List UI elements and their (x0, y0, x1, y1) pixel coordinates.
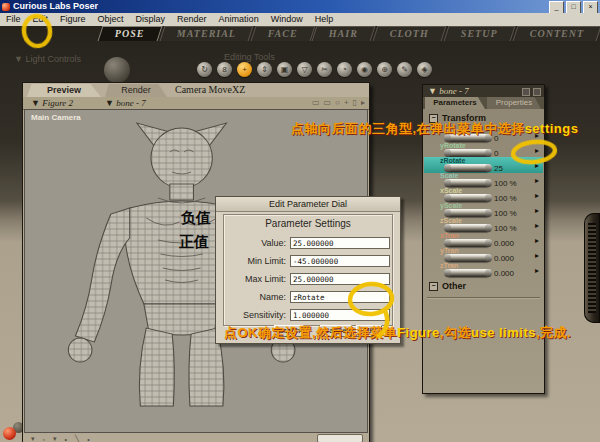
param-row-ytran: yTran 0.000 ▸ (424, 247, 543, 263)
parameter-dial[interactable] (446, 224, 490, 232)
tab-pose[interactable]: POSE (98, 26, 162, 41)
translate-inout-tool-icon[interactable]: ⇕ (257, 62, 272, 77)
menu-window[interactable]: Window (265, 13, 309, 26)
camera-hand-yz-icon[interactable]: ▭ (312, 98, 320, 108)
dialog-title: Edit Parameter Dial (216, 197, 400, 212)
footer-ball2-icon[interactable]: • (87, 436, 89, 442)
param-row-xscale: xScale 100 % ▸ (424, 187, 543, 203)
window-title: Curious Labs Poser (13, 0, 98, 13)
parameter-dial[interactable] (446, 164, 490, 172)
menu-edit[interactable]: Edit (27, 13, 55, 26)
name-field[interactable] (290, 291, 390, 303)
light-controls-label[interactable]: ▼ Light Controls (14, 54, 81, 64)
dial-menu-arrow-icon[interactable]: ▸ (535, 251, 539, 260)
morphing-tool-icon[interactable]: ✎ (397, 62, 412, 77)
document-header: Preview Render Camera MoveXZ (23, 83, 369, 98)
value-label: Value: (224, 237, 286, 249)
tab-face[interactable]: FACE (250, 26, 315, 41)
parameter-dial[interactable] (446, 209, 490, 217)
parameter-dial[interactable] (446, 149, 490, 157)
dialog-heading: Parameter Settings (224, 218, 392, 229)
parameter-dial[interactable] (446, 194, 490, 202)
dial-menu-arrow-icon[interactable]: ▸ (535, 206, 539, 215)
footer-frame-icon[interactable]: ▫ (43, 436, 45, 442)
palette-tabs: Parameters Properties (423, 97, 544, 109)
menu-help[interactable]: Help (309, 13, 340, 26)
parameter-dial[interactable] (446, 239, 490, 247)
dial-menu-arrow-icon[interactable]: ▸ (535, 146, 539, 155)
palette-close-icon[interactable] (533, 88, 541, 96)
menu-render[interactable]: Render (171, 13, 213, 26)
annotation-line1: 点轴向后面的三角型,在弹出菜单中选择settings (291, 120, 578, 138)
dial-menu-arrow-icon[interactable]: ▸ (535, 266, 539, 275)
document-title: Camera MoveXZ (175, 84, 245, 95)
workspace: POSE MATERIAL FACE HAIR CLOTH SETUP CONT… (0, 26, 600, 442)
actor-selector[interactable]: ▼ bone - 7 (105, 97, 146, 109)
scale-tool-icon[interactable]: ▣ (277, 62, 292, 77)
view-magnifier-tool-icon[interactable]: ⊕ (377, 62, 392, 77)
param-row-ztran: zTran 0.000 ▸ (424, 262, 543, 278)
param-row-zrotate-selected: zRotate 25 ▸ (424, 157, 543, 173)
camera-trackball-icon[interactable]: ○ (335, 98, 340, 108)
palette-dock-icon[interactable] (522, 88, 530, 96)
light-control-ball[interactable] (104, 57, 130, 83)
value-field[interactable] (290, 237, 390, 249)
rotate-tool-icon[interactable]: ↻ (197, 62, 212, 77)
twist-tool-icon[interactable]: 8 (217, 62, 232, 77)
menu-object[interactable]: Object (92, 13, 130, 26)
parameter-dial[interactable] (446, 254, 490, 262)
dial-menu-arrow-icon[interactable]: ▸ (535, 236, 539, 245)
palette-header[interactable]: ▼ bone - 7 (423, 85, 544, 97)
tab-setup[interactable]: SETUP (444, 26, 516, 41)
menu-display[interactable]: Display (130, 13, 172, 26)
sensitivity-field[interactable] (290, 309, 390, 321)
parameter-dial[interactable] (446, 179, 490, 187)
dial-menu-arrow-icon[interactable]: ▸ (535, 176, 539, 185)
camera-controls: ▭ ▭ ○ + ▯ ▸ (312, 98, 365, 108)
tab-parameters[interactable]: Parameters (425, 97, 485, 109)
max-limit-label: Max Limit: (224, 273, 286, 285)
param-row-scale: Scale 100 % ▸ (424, 172, 543, 188)
menu-figure[interactable]: Figure (54, 13, 92, 26)
tab-preview[interactable]: Preview (27, 84, 101, 97)
taper-tool-icon[interactable]: ▽ (297, 62, 312, 77)
footer-dropdown2-icon[interactable]: ▾ (53, 435, 57, 442)
camera-plane-icon[interactable]: + (344, 98, 349, 108)
sensitivity-label: Sensitivity: (224, 309, 286, 321)
tab-content[interactable]: CONTENT (513, 26, 600, 41)
max-limit-field[interactable] (290, 273, 390, 285)
annotation-line2: 点OK确定设置,然后选择菜单Figure,勾选use limits,完成. (224, 324, 571, 342)
min-limit-field[interactable] (290, 255, 390, 267)
footer-tracking-icon[interactable]: ╲ (75, 435, 79, 442)
min-limit-label: Min Limit: (224, 255, 286, 267)
menu-file[interactable]: File (0, 13, 27, 26)
footer-ball-icon[interactable]: • (65, 436, 67, 442)
grouping-tool-icon[interactable]: ◉ (357, 62, 372, 77)
side-scroll-dial[interactable] (584, 213, 600, 323)
collapse-icon[interactable]: − (429, 282, 438, 291)
horizontal-scrollbar[interactable] (317, 434, 363, 442)
palette-divider (427, 297, 540, 298)
dial-menu-arrow-icon[interactable]: ▸ (535, 221, 539, 230)
camera-figure-icon[interactable]: ▯ (353, 98, 357, 108)
figure-selector[interactable]: ▼ Figure 2 (31, 97, 73, 109)
parameter-dial[interactable] (446, 269, 490, 277)
tab-material[interactable]: MATERIAL (159, 26, 253, 41)
color-tool-icon[interactable]: ◔ (337, 62, 352, 77)
menu-animation[interactable]: Animation (213, 13, 265, 26)
footer-dropdown-icon[interactable]: ▾ (31, 435, 35, 442)
chain-break-tool-icon[interactable]: ✂ (317, 62, 332, 77)
tab-render[interactable]: Render (105, 84, 167, 97)
dial-menu-arrow-icon[interactable]: ▸ (535, 191, 539, 200)
corner-ball-icon[interactable] (3, 427, 16, 440)
dial-menu-arrow-icon[interactable]: ▸ (535, 161, 539, 170)
direct-manipulation-tool-icon[interactable]: ◈ (417, 62, 432, 77)
tab-hair[interactable]: HAIR (312, 26, 376, 41)
camera-hand-xz-icon[interactable]: ▭ (324, 98, 332, 108)
camera-next-arrow-icon[interactable]: ▸ (361, 98, 365, 108)
translate-tool-icon[interactable]: + (237, 62, 252, 77)
other-section-header[interactable]: − Other (429, 281, 466, 291)
menu-bar: File Edit Figure Object Display Render A… (0, 13, 600, 27)
tab-cloth[interactable]: CLOTH (373, 26, 447, 41)
tab-properties[interactable]: Properties (487, 97, 541, 109)
